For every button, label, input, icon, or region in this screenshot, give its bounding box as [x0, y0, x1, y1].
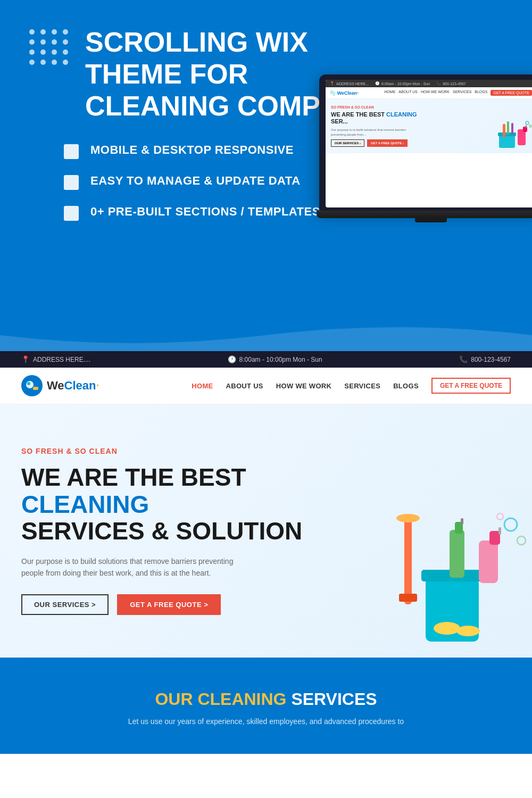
hero-tag: SO FRESH & SO CLEAN	[21, 447, 319, 455]
services-section: OUR CLEANING SERVICES Let us use our yea…	[0, 658, 532, 754]
svg-rect-16	[404, 519, 412, 604]
site-hero: SO FRESH & SO CLEAN WE ARE THE BEST CLEA…	[0, 404, 532, 658]
services-title-yellow: OUR CLEANING	[155, 689, 286, 709]
mini-hero-heading: WE ARE THE BEST CLEANING SER...	[331, 111, 427, 125]
services-title: OUR CLEANING SERVICES	[21, 689, 511, 709]
svg-rect-3	[507, 121, 509, 135]
hero-buttons: OUR SERVICES > GET A FREE QUOTE >	[21, 594, 319, 615]
svg-rect-24	[498, 527, 501, 535]
hero-main-title: WE ARE THE BEST CLEANING SERVICES & SOLU…	[21, 464, 319, 545]
feature-item-3: 0+ PRE-BUILT SECTIONS / TEMPLATES	[64, 205, 330, 221]
svg-rect-17	[399, 594, 417, 602]
nav-home[interactable]: HOME	[192, 382, 213, 390]
feature-bullet-1	[64, 144, 79, 159]
get-quote-button[interactable]: GET A FREE QUOTE >	[117, 594, 221, 615]
hours-text: 8:00am - 10:00pm Mon - Sun	[239, 356, 322, 363]
mini-phone-text: 800-123-4567	[443, 82, 466, 86]
mini-hero-desc: Our purpose is to build solutions that r…	[331, 128, 421, 137]
svg-rect-2	[503, 124, 505, 137]
hero-section: SCROLLING WIX THEME FOR CLEANING COMPANY…	[0, 0, 532, 351]
phone-icon: 📞	[459, 355, 468, 363]
logo-dot: ·	[96, 379, 99, 392]
mini-addr-text: ADDRESS HERE...	[336, 82, 369, 86]
mini-quote-btn[interactable]: GET A FREE QUOTE ›	[367, 139, 408, 147]
mini-nav-how[interactable]: HOW WE WORK	[421, 90, 450, 96]
svg-point-12	[27, 382, 30, 385]
hero-wave	[0, 319, 532, 351]
feature-text-3: 0+ PRE-BUILT SECTIONS / TEMPLATES	[90, 205, 320, 219]
mini-nav-quote[interactable]: GET A FREE QUOTE	[491, 90, 532, 96]
mini-topbar: 📍 ADDRESS HERE... 🕐 8:00am - 10:00pm Mon…	[326, 80, 532, 87]
svg-rect-13	[33, 387, 38, 390]
svg-rect-21	[461, 518, 463, 525]
logo-clean: Clean	[64, 379, 96, 392]
info-bar-hours: 🕐 8:00am - 10:00pm Mon - Sun	[228, 355, 322, 363]
laptop-screen-inner: 📍 ADDRESS HERE... 🕐 8:00am - 10:00pm Mon…	[326, 80, 532, 207]
svg-point-26	[456, 626, 480, 636]
laptop-base	[317, 211, 532, 218]
nav-get-quote-button[interactable]: GET A FREE QUOTE	[431, 378, 511, 394]
svg-point-18	[396, 514, 420, 522]
svg-rect-0	[499, 135, 515, 148]
nav-blogs[interactable]: BLOGS	[393, 382, 419, 390]
laptop-screen-outer: 📍 ADDRESS HERE... 🕐 8:00am - 10:00pm Mon…	[319, 74, 532, 211]
mini-hero-tag: SO FRESH & SO CLEAN	[331, 105, 531, 109]
mini-hours-text: 8:00am - 10:00pm Mon - Sun	[381, 82, 430, 86]
svg-point-25	[434, 622, 460, 635]
hero-title-part2: SERVICES & SOLUTION	[21, 517, 302, 545]
mini-cleaning-illustration	[496, 119, 532, 151]
svg-rect-19	[450, 530, 464, 578]
dots-decoration	[29, 29, 69, 65]
svg-point-8	[526, 121, 529, 124]
logo-text: WeClean·	[47, 379, 99, 393]
mini-nav-blogs[interactable]: BLOGS	[475, 90, 487, 96]
site-hero-content: SO FRESH & SO CLEAN WE ARE THE BEST CLEA…	[21, 447, 319, 615]
hero-body-text: Our purpose is to build solutions that r…	[21, 555, 255, 579]
supplies-illustration	[362, 487, 532, 658]
svg-point-9	[529, 125, 531, 127]
mini-hours-item: 🕐 8:00am - 10:00pm Mon - Sun	[375, 81, 430, 86]
hero-title-highlight: CLEANING	[21, 491, 149, 518]
mini-location-icon: 📍	[330, 81, 335, 86]
nav-how-we-work[interactable]: HOW WE WORK	[276, 382, 331, 390]
laptop-mockup: 📍 ADDRESS HERE... 🕐 8:00am - 10:00pm Mon…	[319, 74, 532, 222]
info-bar: 📍 ADDRESS HERE.... 🕐 8:00am - 10:00pm Mo…	[0, 351, 532, 368]
mini-services-btn[interactable]: OUR SERVICES ›	[331, 139, 364, 147]
feature-text-2: EASY TO MANAGE & UPDATE DATA	[90, 174, 301, 188]
info-bar-address: 📍 ADDRESS HERE....	[21, 355, 90, 363]
mini-nav-services[interactable]: SERVICES	[453, 90, 471, 96]
nav-links: HOME ABOUT US HOW WE WORK SERVICES BLOGS…	[192, 378, 511, 394]
laptop-stand	[415, 218, 447, 222]
feature-item-1: MOBILE & DESKTOP RESPONSIVE	[64, 143, 330, 159]
mini-hero-section: SO FRESH & SO CLEAN WE ARE THE BEST CLEA…	[326, 99, 532, 153]
clock-icon: 🕐	[228, 355, 236, 363]
our-services-button[interactable]: OUR SERVICES >	[21, 594, 109, 615]
hero-title-part1: WE ARE THE BEST	[21, 463, 246, 491]
svg-point-29	[497, 513, 503, 520]
mini-phone-icon: 📞	[436, 81, 441, 86]
feature-text-1: MOBILE & DESKTOP RESPONSIVE	[90, 143, 294, 157]
services-subtitle: Let us use our years of experience, skil…	[106, 716, 426, 727]
svg-rect-4	[511, 123, 513, 135]
feature-item-2: EASY TO MANAGE & UPDATE DATA	[64, 174, 330, 190]
logo-we: We	[47, 379, 64, 392]
svg-point-28	[517, 536, 526, 545]
address-text: ADDRESS HERE....	[33, 356, 90, 363]
mini-clock-icon: 🕐	[375, 81, 380, 86]
mini-nav: 🫧 WeClean· HOME ABOUT US HOW WE WORK SER…	[326, 87, 532, 99]
mini-logo: 🫧 WeClean·	[330, 90, 359, 96]
svg-rect-22	[479, 541, 498, 583]
phone-text: 800-123-4567	[471, 356, 511, 363]
mini-nav-home[interactable]: HOME	[384, 90, 395, 96]
mini-nav-links: HOME ABOUT US HOW WE WORK SERVICES BLOGS…	[384, 90, 532, 96]
svg-rect-7	[526, 125, 527, 128]
main-nav: WeClean· HOME ABOUT US HOW WE WORK SERVI…	[0, 368, 532, 404]
feature-bullet-3	[64, 206, 79, 221]
brand-logo: WeClean·	[21, 375, 99, 396]
info-bar-phone: 📞 800-123-4567	[459, 355, 511, 363]
mini-nav-about[interactable]: ABOUT US	[398, 90, 418, 96]
nav-about[interactable]: ABOUT US	[226, 382, 263, 390]
mini-phone-item: 📞 800-123-4567	[436, 81, 466, 86]
mini-addr-item: 📍 ADDRESS HERE...	[330, 81, 369, 86]
nav-services[interactable]: SERVICES	[344, 382, 380, 390]
